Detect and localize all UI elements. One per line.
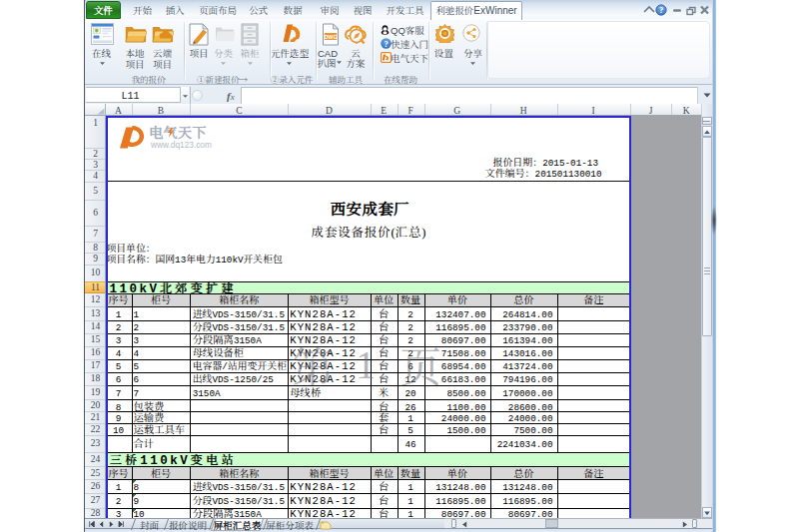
svg-text:?: ? — [659, 5, 663, 15]
svg-text:?: ? — [384, 39, 388, 49]
svg-text:DWG: DWG — [324, 33, 337, 39]
